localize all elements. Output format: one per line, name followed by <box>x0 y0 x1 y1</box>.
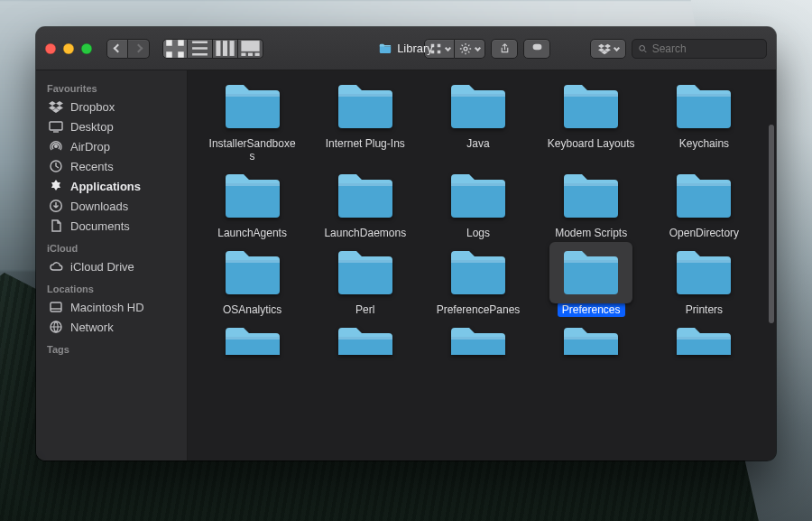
svg-rect-56 <box>677 337 731 340</box>
folder-item[interactable]: OpenDirectory <box>652 171 756 240</box>
sidebar-item-label: Macintosh HD <box>70 301 144 314</box>
chevron-right-icon <box>134 44 143 53</box>
folder-item[interactable]: PreferencePanes <box>426 247 530 317</box>
folder-item[interactable]: LaunchAgents <box>200 171 304 240</box>
sidebar-item-icloud-drive[interactable]: iCloud Drive <box>36 256 187 276</box>
sidebar-item-label: Downloads <box>70 200 128 213</box>
svg-line-25 <box>462 51 463 52</box>
dropbox-icon <box>49 99 63 114</box>
view-list-button[interactable] <box>188 39 213 59</box>
toolbar-right-group <box>590 39 767 59</box>
folder-item-partial[interactable] <box>313 324 417 355</box>
scrollbar-thumb[interactable] <box>769 125 774 323</box>
sidebar-item-label: Network <box>70 321 114 334</box>
sidebar-item-applications[interactable]: Applications <box>36 176 187 196</box>
svg-rect-2 <box>166 51 172 58</box>
downloads-icon <box>49 199 63 213</box>
folder-icon <box>446 171 511 221</box>
folder-item[interactable]: OSAnalytics <box>200 247 304 317</box>
folder-label: Java <box>462 136 494 151</box>
folder-item[interactable]: Internet Plug-Ins <box>313 81 417 163</box>
dropbox-menu-button[interactable] <box>590 39 626 59</box>
folder-item[interactable]: Java <box>426 81 530 163</box>
zoom-window-button[interactable] <box>81 43 92 54</box>
folder-item-partial[interactable] <box>652 324 756 355</box>
view-gallery-button[interactable] <box>238 39 263 59</box>
folder-item-partial[interactable] <box>540 324 643 355</box>
chevron-down-icon <box>475 45 481 51</box>
titlebar: Library <box>36 27 776 70</box>
sidebar-item-label: Documents <box>70 219 130 233</box>
folder-icon <box>558 81 623 132</box>
sidebar-item-label: iCloud Drive <box>70 260 134 274</box>
close-window-button[interactable] <box>45 43 56 54</box>
forward-button[interactable] <box>128 39 150 59</box>
window-controls <box>45 43 92 54</box>
sidebar-item-label: Recents <box>70 160 114 173</box>
search-input[interactable] <box>652 42 761 55</box>
folder-item[interactable]: Modem Scripts <box>540 171 643 240</box>
folder-item[interactable]: LaunchDaemons <box>313 171 417 240</box>
folder-item[interactable]: Logs <box>426 171 530 240</box>
sidebar-item-desktop[interactable]: Desktop <box>36 116 187 136</box>
sidebar-item-documents[interactable]: Documents <box>36 216 187 236</box>
svg-line-28 <box>644 50 646 51</box>
action-menu-button[interactable] <box>455 39 485 59</box>
svg-rect-43 <box>338 183 392 186</box>
folder-grid[interactable]: InstallerSandboxesInternet Plug-InsJavaK… <box>188 70 769 461</box>
folder-icon <box>333 324 398 355</box>
chevron-left-icon <box>113 44 122 53</box>
tags-button[interactable] <box>523 39 550 59</box>
folder-icon <box>333 247 398 298</box>
svg-rect-47 <box>226 260 280 263</box>
svg-rect-52 <box>226 337 280 340</box>
folder-icon <box>333 171 398 221</box>
search-field[interactable] <box>632 39 767 59</box>
content-area: InstallerSandboxesInternet Plug-InsJavaK… <box>188 70 776 461</box>
folder-label: Preferences <box>558 302 625 317</box>
arrange-menu-button[interactable] <box>424 39 455 59</box>
svg-rect-53 <box>338 337 392 340</box>
gallery-view-icon <box>238 36 263 60</box>
sidebar-item-network[interactable]: Network <box>36 317 187 337</box>
minimize-window-button[interactable] <box>63 43 74 54</box>
view-icons-button[interactable] <box>162 39 188 59</box>
folder-item[interactable]: InstallerSandboxes <box>200 81 304 163</box>
svg-rect-15 <box>437 43 440 47</box>
folder-icon <box>671 324 736 355</box>
view-columns-button[interactable] <box>213 39 238 59</box>
folder-item-partial[interactable] <box>200 324 304 355</box>
folder-item[interactable]: Perl <box>313 247 417 317</box>
folder-item[interactable]: Keychains <box>652 81 756 163</box>
svg-point-18 <box>464 47 467 51</box>
folder-label: OSAnalytics <box>218 302 286 317</box>
sidebar-item-downloads[interactable]: Downloads <box>36 196 187 216</box>
folder-item[interactable]: Preferences <box>540 247 643 317</box>
svg-rect-38 <box>338 94 392 97</box>
sidebar-item-airdrop[interactable]: AirDrop <box>36 136 187 156</box>
folder-label: Modem Scripts <box>550 226 632 240</box>
folder-icon <box>558 324 623 355</box>
share-button[interactable] <box>491 39 518 59</box>
folder-icon <box>333 81 398 132</box>
folder-item-partial[interactable] <box>426 324 530 355</box>
folder-item[interactable]: Keyboard Layouts <box>540 81 643 163</box>
svg-rect-7 <box>216 41 220 56</box>
svg-rect-49 <box>451 260 505 263</box>
sidebar-item-recents[interactable]: Recents <box>36 156 187 176</box>
svg-rect-44 <box>451 183 505 186</box>
folder-icon <box>446 81 511 132</box>
folder-item[interactable]: Printers <box>652 247 756 317</box>
back-button[interactable] <box>106 39 128 59</box>
sidebar-item-dropbox[interactable]: Dropbox <box>36 97 187 116</box>
sidebar-item-label: AirDrop <box>70 140 110 154</box>
sidebar-item-macintosh-hd[interactable]: Macintosh HD <box>36 297 187 317</box>
svg-rect-14 <box>430 43 434 47</box>
chevron-down-icon <box>613 45 619 51</box>
folder-icon <box>220 171 285 221</box>
column-view-icon <box>213 36 237 60</box>
svg-rect-50 <box>564 260 618 263</box>
folder-label: Printers <box>681 302 727 317</box>
disk-icon <box>49 300 63 314</box>
sidebar-section-header: Tags <box>36 337 187 358</box>
